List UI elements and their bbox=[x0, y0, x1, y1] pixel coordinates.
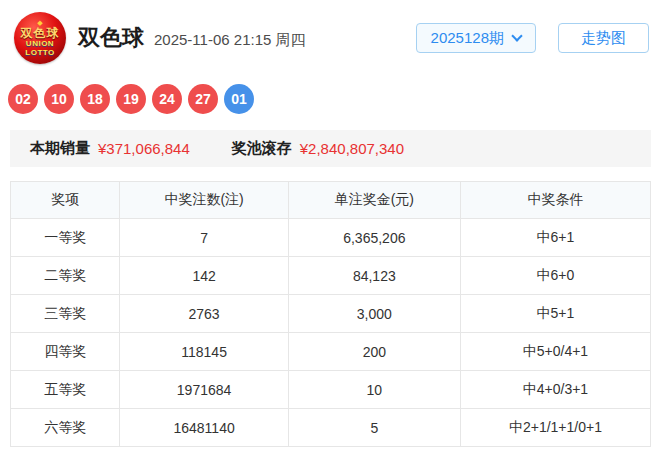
header: ◆ 双色球 UNION LOTTO 双色球 2025-11-06 21:15 周… bbox=[0, 0, 661, 76]
winner-count: 2763 bbox=[120, 295, 288, 333]
trend-chart-label: 走势图 bbox=[581, 29, 626, 48]
prize-name: 五等奖 bbox=[11, 371, 120, 409]
table-row: 三等奖 2763 3,000 中5+1 bbox=[11, 295, 651, 333]
logo-text-lotto: LOTTO bbox=[25, 49, 54, 57]
win-condition: 中2+1/1+1/0+1 bbox=[460, 409, 650, 447]
table-row: 一等奖 7 6,365,206 中6+1 bbox=[11, 219, 651, 257]
table-row: 六等奖 16481140 5 中2+1/1+1/0+1 bbox=[11, 409, 651, 447]
logo-text-union: UNION bbox=[26, 40, 54, 48]
page-title: 双色球 bbox=[78, 23, 144, 53]
winner-count: 7 bbox=[120, 219, 288, 257]
win-condition: 中5+1 bbox=[460, 295, 650, 333]
blue-ball: 01 bbox=[224, 84, 254, 114]
red-ball-3: 18 bbox=[80, 84, 110, 114]
prize-amount: 200 bbox=[288, 333, 460, 371]
prize-amount: 5 bbox=[288, 409, 460, 447]
winner-count: 142 bbox=[120, 257, 288, 295]
prize-amount: 84,123 bbox=[288, 257, 460, 295]
red-ball-2: 10 bbox=[44, 84, 74, 114]
draw-datetime: 2025-11-06 21:15 周四 bbox=[154, 31, 306, 50]
table-row: 五等奖 1971684 10 中4+0/3+1 bbox=[11, 371, 651, 409]
stats-bar: 本期销量 ¥371,066,844 奖池滚存 ¥2,840,807,340 bbox=[10, 130, 651, 167]
diamond-icon: ◆ bbox=[37, 19, 42, 26]
table-row: 二等奖 142 84,123 中6+0 bbox=[11, 257, 651, 295]
winner-count: 16481140 bbox=[120, 409, 288, 447]
win-condition: 中5+0/4+1 bbox=[460, 333, 650, 371]
prize-name: 三等奖 bbox=[11, 295, 120, 333]
pool-value: ¥2,840,807,340 bbox=[300, 140, 404, 157]
red-ball-1: 02 bbox=[8, 84, 38, 114]
winner-count: 118145 bbox=[120, 333, 288, 371]
union-lotto-logo: ◆ 双色球 UNION LOTTO bbox=[14, 12, 66, 64]
win-condition: 中6+1 bbox=[460, 219, 650, 257]
prize-amount: 10 bbox=[288, 371, 460, 409]
prize-amount: 6,365,206 bbox=[288, 219, 460, 257]
chevron-down-icon bbox=[511, 30, 522, 41]
prize-name: 四等奖 bbox=[11, 333, 120, 371]
col-header-prize: 奖项 bbox=[11, 182, 120, 219]
logo-text-cn: 双色球 bbox=[21, 27, 60, 39]
issue-selector-dropdown[interactable]: 2025128期 bbox=[416, 23, 536, 53]
winner-count: 1971684 bbox=[120, 371, 288, 409]
table-row: 四等奖 118145 200 中5+0/4+1 bbox=[11, 333, 651, 371]
red-ball-6: 27 bbox=[188, 84, 218, 114]
red-ball-5: 24 bbox=[152, 84, 182, 114]
drawn-balls: 02 10 18 19 24 27 01 bbox=[0, 84, 661, 114]
sales-value: ¥371,066,844 bbox=[98, 140, 190, 157]
col-header-winners: 中奖注数(注) bbox=[120, 182, 288, 219]
win-condition: 中6+0 bbox=[460, 257, 650, 295]
title-group: 双色球 2025-11-06 21:15 周四 bbox=[78, 23, 306, 53]
red-ball-4: 19 bbox=[116, 84, 146, 114]
prize-name: 二等奖 bbox=[11, 257, 120, 295]
sales-label: 本期销量 bbox=[30, 139, 90, 158]
prize-name: 一等奖 bbox=[11, 219, 120, 257]
prize-amount: 3,000 bbox=[288, 295, 460, 333]
prize-table: 奖项 中奖注数(注) 单注奖金(元) 中奖条件 一等奖 7 6,365,206 … bbox=[10, 181, 651, 447]
prize-name: 六等奖 bbox=[11, 409, 120, 447]
trend-chart-button[interactable]: 走势图 bbox=[558, 23, 649, 53]
pool-label: 奖池滚存 bbox=[232, 139, 292, 158]
col-header-condition: 中奖条件 bbox=[460, 182, 650, 219]
col-header-amount: 单注奖金(元) bbox=[288, 182, 460, 219]
issue-selector-label: 2025128期 bbox=[431, 29, 504, 48]
table-header-row: 奖项 中奖注数(注) 单注奖金(元) 中奖条件 bbox=[11, 182, 651, 219]
win-condition: 中4+0/3+1 bbox=[460, 371, 650, 409]
